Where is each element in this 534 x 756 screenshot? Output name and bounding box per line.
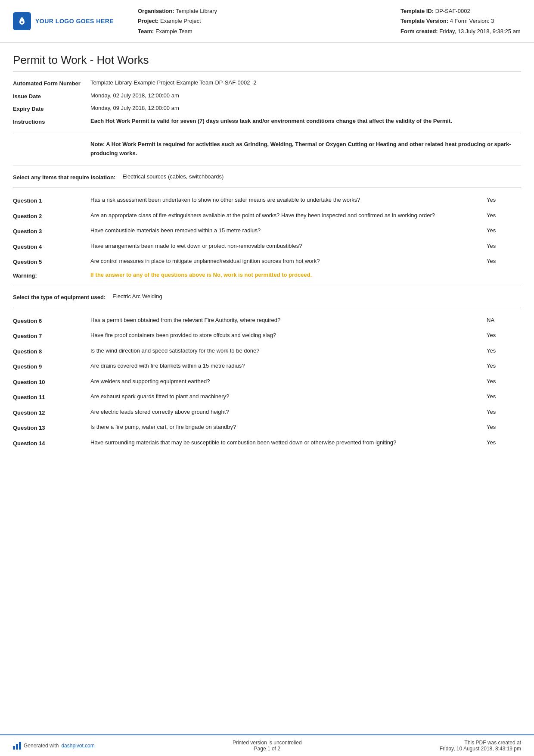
q-answer-4: Yes	[487, 242, 521, 250]
page: YOUR LOGO GOES HERE Organisation: Templa…	[0, 0, 534, 756]
header-org: Organisation: Template Library	[138, 6, 400, 16]
isolation-value: Electrical sources (cables, switchboards…	[122, 172, 521, 181]
q2-text-8: Is the wind direction and speed satisfac…	[90, 347, 487, 355]
question-row2-7: Question 7 Have fire proof containers be…	[13, 329, 521, 342]
q2-answer-6: NA	[487, 316, 521, 325]
q2-label-6: Question 6	[13, 316, 90, 325]
q2-label-13: Question 13	[13, 423, 90, 432]
warning-row: Warning: If the answer to any of the que…	[13, 271, 521, 280]
footer-center-line2: Page 1 of 2	[233, 746, 302, 752]
question-row2-12: Question 12 Are electric leads stored co…	[13, 406, 521, 419]
header-right: Template ID: DP-SAF-0002 Template Versio…	[400, 6, 521, 36]
q2-text-10: Are welders and supporting equipment ear…	[90, 377, 487, 386]
question-row2-14: Question 14 Have surrounding materials t…	[13, 437, 521, 450]
template-version-label: Template Version:	[400, 18, 448, 24]
q2-label-12: Question 12	[13, 408, 90, 417]
section-divider-3	[13, 308, 521, 308]
q-label-2: Question 2	[13, 211, 90, 221]
expiry-date-label: Expiry Date	[13, 104, 90, 113]
divider-1	[13, 133, 521, 133]
footer: Generated with dashpivot.com Printed ver…	[0, 734, 534, 756]
header-logo: YOUR LOGO GOES HERE	[13, 12, 125, 30]
header-form-created: Form created: Friday, 13 July 2018, 9:38…	[400, 26, 521, 36]
q-text-5: Are control measures in place to mitigat…	[90, 257, 487, 266]
section-divider-2	[13, 286, 521, 286]
template-version-value: 4	[450, 18, 453, 24]
issue-date-value: Monday, 02 July 2018, 12:00:00 am	[90, 91, 521, 100]
q2-answer-14: Yes	[487, 438, 521, 447]
org-value: Template Library	[176, 8, 217, 14]
logo-text: YOUR LOGO GOES HERE	[35, 18, 114, 25]
q-label-1: Question 1	[13, 196, 90, 205]
project-label: Project:	[138, 18, 158, 24]
q2-text-7: Have fire proof containers been provided…	[90, 331, 487, 340]
q-text-3: Have combustible materials been removed …	[90, 226, 487, 235]
note-block: Note: A Hot Work Permit is required for …	[90, 140, 521, 158]
dashpivot-icon	[13, 742, 21, 750]
isolation-row: Select any items that require isolation:…	[13, 172, 521, 182]
footer-right: This PDF was created at Friday, 10 Augus…	[440, 740, 521, 752]
logo-svg	[16, 15, 28, 27]
automated-row: Automated Form Number Template Library-E…	[13, 78, 521, 88]
dashpivot-link[interactable]: dashpivot.com	[61, 743, 94, 749]
form-version-label: Form Version:	[455, 18, 490, 24]
instructions-label: Instructions	[13, 117, 90, 126]
q2-label-7: Question 7	[13, 331, 90, 341]
expiry-date-row: Expiry Date Monday, 09 July 2018, 12:00:…	[13, 104, 521, 113]
q-text-1: Has a risk assessment been undertaken to…	[90, 196, 487, 204]
question-row2-10: Question 10 Are welders and supporting e…	[13, 375, 521, 388]
q2-answer-7: Yes	[487, 331, 521, 340]
q-answer-1: Yes	[487, 196, 521, 204]
q2-answer-10: Yes	[487, 377, 521, 386]
q2-answer-9: Yes	[487, 362, 521, 370]
main-content: Permit to Work - Hot Works Automated For…	[0, 43, 534, 734]
q2-text-13: Is there a fire pump, water cart, or fir…	[90, 423, 487, 431]
question-row-2: Question 2 Are an appropriate class of f…	[13, 209, 521, 222]
team-label: Team:	[138, 28, 154, 34]
page-title: Permit to Work - Hot Works	[13, 53, 521, 72]
team-value: Example Team	[155, 28, 192, 34]
q2-text-12: Are electric leads stored correctly abov…	[90, 408, 487, 416]
template-id-label: Template ID:	[400, 8, 434, 14]
form-created-value: Friday, 13 July 2018, 9:38:25 am	[439, 28, 520, 34]
logo-icon	[13, 12, 31, 30]
issue-date-label: Issue Date	[13, 91, 90, 101]
equipment-label: Select the type of equipment used:	[13, 292, 112, 302]
questions-block-1: Question 1 Has a risk assessment been un…	[13, 194, 521, 268]
header-template-id: Template ID: DP-SAF-0002	[400, 6, 521, 16]
bar-2	[16, 744, 18, 750]
automated-value: Template Library-Example Project-Example…	[90, 78, 521, 87]
footer-center-line1: Printed version is uncontrolled	[233, 740, 302, 746]
q2-label-10: Question 10	[13, 377, 90, 387]
q2-text-9: Are drains covered with fire blankets wi…	[90, 362, 487, 370]
question-row-3: Question 3 Have combustible materials be…	[13, 225, 521, 237]
q2-label-14: Question 14	[13, 438, 90, 448]
q-text-4: Have arrangements been made to wet down …	[90, 242, 487, 250]
question-row-4: Question 4 Have arrangements been made t…	[13, 240, 521, 253]
q2-label-9: Question 9	[13, 362, 90, 371]
divider-2	[13, 165, 521, 166]
q-label-5: Question 5	[13, 257, 90, 266]
header: YOUR LOGO GOES HERE Organisation: Templa…	[0, 0, 534, 43]
form-version-value: 3	[491, 18, 494, 24]
q2-text-11: Are exhaust spark guards fitted to plant…	[90, 392, 487, 401]
q2-answer-12: Yes	[487, 408, 521, 416]
question-row2-8: Question 8 Is the wind direction and spe…	[13, 345, 521, 358]
issue-date-row: Issue Date Monday, 02 July 2018, 12:00:0…	[13, 91, 521, 101]
q2-answer-13: Yes	[487, 423, 521, 431]
header-template-version: Template Version: 4 Form Version: 3	[400, 16, 521, 26]
header-team: Team: Example Team	[138, 26, 400, 36]
q-label-4: Question 4	[13, 242, 90, 251]
instructions-row: Instructions Each Hot Work Permit is val…	[13, 117, 521, 126]
q2-text-14: Have surrounding materials that may be s…	[90, 438, 487, 447]
template-id-value: DP-SAF-0002	[435, 8, 470, 14]
expiry-date-value: Monday, 09 July 2018, 12:00:00 am	[90, 104, 521, 112]
question-row2-11: Question 11 Are exhaust spark guards fit…	[13, 390, 521, 403]
q2-answer-11: Yes	[487, 392, 521, 401]
q-text-2: Are an appropriate class of fire extingu…	[90, 211, 487, 220]
question-row-1: Question 1 Has a risk assessment been un…	[13, 194, 521, 207]
org-label: Organisation:	[138, 8, 174, 14]
equipment-row: Select the type of equipment used: Elect…	[13, 292, 521, 302]
question-row2-9: Question 9 Are drains covered with fire …	[13, 360, 521, 373]
q2-label-11: Question 11	[13, 392, 90, 402]
